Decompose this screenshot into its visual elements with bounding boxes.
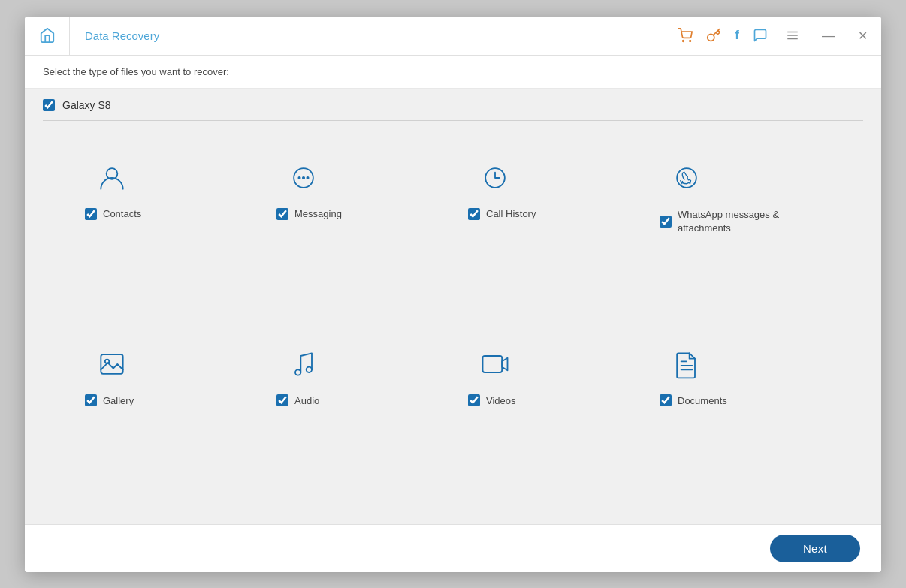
title-bar: Data Recovery f — [25, 17, 881, 56]
file-type-documents: Documents — [645, 330, 836, 501]
whatsapp-label: WhatsApp messages & attachments — [678, 208, 798, 235]
svg-point-15 — [307, 367, 312, 372]
contacts-checkbox-row: Contacts — [85, 208, 141, 220]
facebook-icon[interactable]: f — [735, 28, 739, 43]
audio-icon — [284, 345, 323, 384]
main-content: Galaxy S8 Contacts — [25, 89, 881, 524]
toolbar-icons: f — ✕ — [678, 25, 872, 47]
file-type-contacts: Contacts — [70, 143, 261, 330]
key-icon[interactable] — [706, 28, 721, 43]
audio-checkbox[interactable] — [276, 394, 288, 406]
documents-icon — [667, 345, 706, 384]
home-button[interactable] — [25, 17, 70, 56]
gallery-label: Gallery — [103, 395, 134, 406]
app-title: Data Recovery — [70, 29, 678, 42]
messaging-checkbox-row: Messaging — [276, 208, 342, 220]
contacts-label: Contacts — [103, 208, 141, 219]
gallery-checkbox-row: Gallery — [85, 394, 134, 406]
close-button[interactable]: ✕ — [853, 26, 872, 46]
menu-icon[interactable] — [781, 26, 804, 45]
documents-checkbox-row: Documents — [660, 394, 727, 406]
subtitle-bar: Select the type of files you want to rec… — [25, 56, 881, 89]
videos-label: Videos — [486, 395, 516, 406]
contacts-icon — [92, 158, 131, 198]
gallery-icon — [92, 345, 131, 384]
svg-point-7 — [298, 176, 300, 179]
whatsapp-checkbox-row: WhatsApp messages & attachments — [660, 208, 798, 235]
footer: Next — [25, 524, 881, 572]
call-history-checkbox-row: Call History — [468, 208, 536, 220]
next-button[interactable]: Next — [770, 535, 860, 562]
call-history-checkbox[interactable] — [468, 208, 480, 220]
messaging-label: Messaging — [294, 208, 342, 219]
svg-point-11 — [677, 168, 696, 188]
svg-point-9 — [307, 176, 309, 179]
svg-rect-16 — [483, 356, 503, 372]
svg-point-13 — [105, 360, 110, 364]
svg-rect-12 — [101, 354, 122, 374]
device-row: Galaxy S8 — [43, 99, 863, 121]
call-history-icon — [476, 158, 515, 198]
file-type-gallery: Gallery — [70, 330, 261, 501]
svg-point-8 — [303, 176, 305, 179]
call-history-label: Call History — [486, 208, 536, 219]
svg-point-1 — [690, 41, 691, 42]
messaging-checkbox[interactable] — [276, 208, 288, 220]
chat-icon[interactable] — [753, 28, 768, 43]
file-type-audio: Audio — [261, 330, 453, 501]
file-type-videos: Videos — [453, 330, 645, 501]
documents-checkbox[interactable] — [660, 394, 672, 406]
videos-checkbox-row: Videos — [468, 394, 516, 406]
whatsapp-checkbox[interactable] — [660, 216, 672, 228]
videos-icon — [476, 345, 515, 384]
contacts-checkbox[interactable] — [85, 208, 97, 220]
file-type-messaging: Messaging — [261, 143, 453, 330]
svg-point-0 — [683, 41, 684, 42]
whatsapp-icon — [667, 158, 706, 198]
audio-label: Audio — [294, 395, 319, 406]
subtitle-text: Select the type of files you want to rec… — [43, 66, 229, 77]
videos-checkbox[interactable] — [468, 394, 480, 406]
main-window: Data Recovery f — [25, 17, 881, 572]
documents-label: Documents — [678, 395, 727, 406]
file-type-call-history: Call History — [453, 143, 645, 330]
messaging-icon — [284, 158, 323, 198]
file-type-whatsapp: WhatsApp messages & attachments — [645, 143, 836, 330]
device-checkbox[interactable] — [43, 99, 55, 111]
cart-icon[interactable] — [678, 28, 693, 43]
device-section: Galaxy S8 — [25, 89, 881, 121]
file-types-grid: Contacts Messaging — [25, 121, 881, 524]
device-label: Galaxy S8 — [62, 99, 111, 111]
audio-checkbox-row: Audio — [276, 394, 319, 406]
svg-point-14 — [295, 370, 300, 375]
gallery-checkbox[interactable] — [85, 394, 97, 406]
minimize-button[interactable]: — — [817, 25, 840, 47]
